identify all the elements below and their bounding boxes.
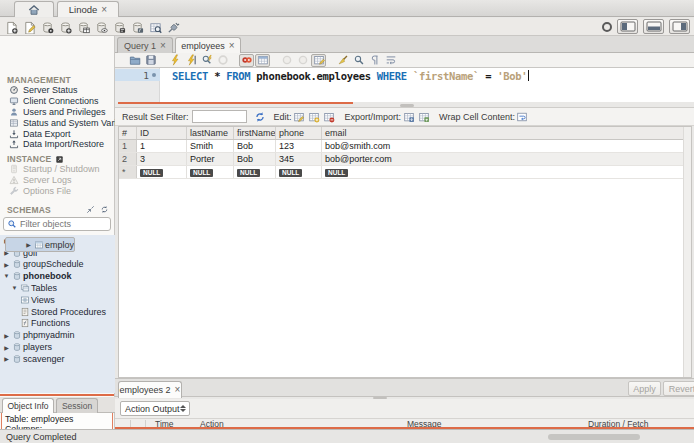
table-row[interactable]: 23PorterBob345bob@porter.com <box>119 153 691 166</box>
schema-inspector-button[interactable] <box>40 20 55 34</box>
grid-column-header-firstName[interactable]: firstName <box>234 127 276 139</box>
grid-column-header-phone[interactable]: phone <box>276 127 322 139</box>
sidebar-item-server-status[interactable]: Server Status <box>0 85 115 96</box>
refresh-schemas-icon[interactable] <box>100 205 109 214</box>
tab-employees[interactable]: employees× <box>175 37 241 53</box>
beautify-button[interactable] <box>335 54 350 67</box>
grid-cell[interactable]: 3 <box>137 153 187 165</box>
chevron-collapsed-icon[interactable]: ▶ <box>2 261 11 268</box>
home-tab[interactable] <box>14 1 54 17</box>
grid-cell[interactable]: Smith <box>187 140 234 152</box>
grid-cell[interactable]: NULL <box>234 166 276 178</box>
sidebar-item-client-connections[interactable]: Client Connections <box>0 96 115 107</box>
horizontal-scrollbar-thumb[interactable] <box>548 434 640 440</box>
tree-item-tables[interactable]: ▼Tables <box>0 282 115 294</box>
tree-item-employees[interactable]: ▶employees <box>5 237 75 252</box>
result-grid[interactable]: #IDlastNamefirstNamephoneemail 11SmithBo… <box>118 126 692 378</box>
create-view-button[interactable] <box>94 20 109 34</box>
grid-cell[interactable]: 1 <box>137 140 187 152</box>
export-recordset-button[interactable] <box>401 110 416 124</box>
sidebar-item-data-export[interactable]: Data Export <box>0 128 115 139</box>
sidebar-item-users-and-privileges[interactable]: Users and Privileges <box>0 107 115 118</box>
open-sql-script-button[interactable] <box>22 20 37 34</box>
connection-tab-linode[interactable]: Linode × <box>57 1 119 17</box>
expand-schemas-icon[interactable] <box>86 205 95 214</box>
search-table-data-button[interactable] <box>148 20 163 34</box>
chevron-expanded-icon[interactable]: ▼ <box>2 273 11 279</box>
wrap-cell-content-icon[interactable] <box>515 110 530 124</box>
grid-column-header-email[interactable]: email <box>322 127 691 139</box>
tab-session[interactable]: Session <box>56 398 98 413</box>
table-row[interactable]: 11SmithBob123bob@smith.com <box>119 140 691 153</box>
tree-item-stored-procedures[interactable]: Stored Procedures <box>0 306 115 318</box>
output-selector[interactable]: Action Output <box>120 401 190 416</box>
insert-row-button[interactable] <box>307 110 322 124</box>
grid-cell[interactable]: bob@smith.com <box>322 140 691 152</box>
create-function-button[interactable] <box>130 20 145 34</box>
find-button[interactable] <box>351 54 366 67</box>
open-file-button[interactable] <box>127 54 142 67</box>
sidebar-item-startup-shutdown[interactable]: Startup / Shutdown <box>0 164 115 175</box>
tree-item-groupschedule[interactable]: ▶groupSchedule <box>0 259 115 271</box>
save-script-button[interactable] <box>143 54 158 67</box>
rollback-button[interactable] <box>295 54 310 67</box>
tree-item-phpmyadmin[interactable]: ▶phpmyadmin <box>0 329 115 341</box>
chevron-collapsed-icon[interactable]: ▶ <box>2 344 11 351</box>
sidebar-item-data-import-restore[interactable]: Data Import/Restore <box>0 139 115 150</box>
grid-column-header-ID[interactable]: ID <box>137 127 187 139</box>
toggle-autocommit-button[interactable] <box>311 54 326 67</box>
toggle-right-panel-button[interactable] <box>669 19 690 34</box>
grid-cell[interactable]: NULL <box>276 166 322 178</box>
close-icon[interactable]: × <box>175 385 181 395</box>
commit-button[interactable] <box>279 54 294 67</box>
result-filter-input[interactable] <box>192 110 247 123</box>
tree-item-scavenger[interactable]: ▶scavenger <box>0 353 115 365</box>
tab-query-1[interactable]: Query 1× <box>117 37 173 53</box>
sql-code-editor[interactable]: 1 SELECT * FROM phonebook.employees WHER… <box>115 67 694 102</box>
sidebar-item-options-file[interactable]: Options File <box>0 186 115 197</box>
toggle-stop-on-error-button[interactable] <box>239 54 254 67</box>
tree-item-players[interactable]: ▶players <box>0 341 115 353</box>
edit-cell-button[interactable] <box>292 110 307 124</box>
schema-filter[interactable] <box>3 217 111 231</box>
revert-button[interactable]: Revert <box>663 381 694 396</box>
selector-spinner-icon[interactable] <box>178 403 187 414</box>
create-procedure-button[interactable] <box>112 20 127 34</box>
new-row-placeholder[interactable]: *NULLNULLNULLNULLNULL <box>119 166 691 179</box>
sidebar-item-server-logs[interactable]: Server Logs <box>0 175 115 186</box>
tab-object-info[interactable]: Object Info <box>2 398 54 413</box>
toggle-left-panel-button[interactable] <box>617 19 638 34</box>
explain-button[interactable] <box>199 54 214 67</box>
grid-cell[interactable]: Bob <box>234 140 276 152</box>
new-query-tab-button[interactable] <box>4 20 19 34</box>
grid-cell[interactable]: NULL <box>187 166 234 178</box>
stop-button[interactable] <box>215 54 230 67</box>
toggle-bottom-panel-button[interactable] <box>643 19 664 34</box>
delete-row-button[interactable] <box>322 110 337 124</box>
grid-cell[interactable]: NULL <box>137 166 187 178</box>
chevron-collapsed-icon[interactable]: ▶ <box>24 241 33 248</box>
tab-employees-2-result[interactable]: employees 2× <box>118 381 182 398</box>
grid-column-header-num[interactable]: # <box>119 127 137 139</box>
chevron-expanded-icon[interactable]: ▼ <box>10 285 19 291</box>
tree-item-views[interactable]: Views <box>0 294 115 306</box>
grid-cell[interactable]: 345 <box>276 153 322 165</box>
execute-current-button[interactable] <box>183 54 198 67</box>
grid-cell[interactable]: bob@porter.com <box>322 153 691 165</box>
create-table-button[interactable] <box>76 20 91 34</box>
execute-button[interactable] <box>167 54 182 67</box>
tree-item-functions[interactable]: Functions <box>0 318 115 330</box>
chevron-collapsed-icon[interactable]: ▶ <box>2 355 11 362</box>
create-schema-button[interactable] <box>58 20 73 34</box>
chevron-collapsed-icon[interactable]: ▶ <box>2 332 11 339</box>
grid-cell[interactable]: Porter <box>187 153 234 165</box>
invisible-chars-button[interactable] <box>367 54 382 67</box>
close-icon[interactable]: × <box>229 41 235 51</box>
limit-rows-button[interactable] <box>255 54 270 67</box>
grid-column-header-lastName[interactable]: lastName <box>187 127 234 139</box>
apply-button[interactable]: Apply <box>628 381 661 396</box>
grid-cell[interactable]: Bob <box>234 153 276 165</box>
schema-filter-input[interactable] <box>20 219 105 229</box>
wrap-text-button[interactable] <box>383 54 398 67</box>
refresh-icon[interactable] <box>253 110 268 124</box>
